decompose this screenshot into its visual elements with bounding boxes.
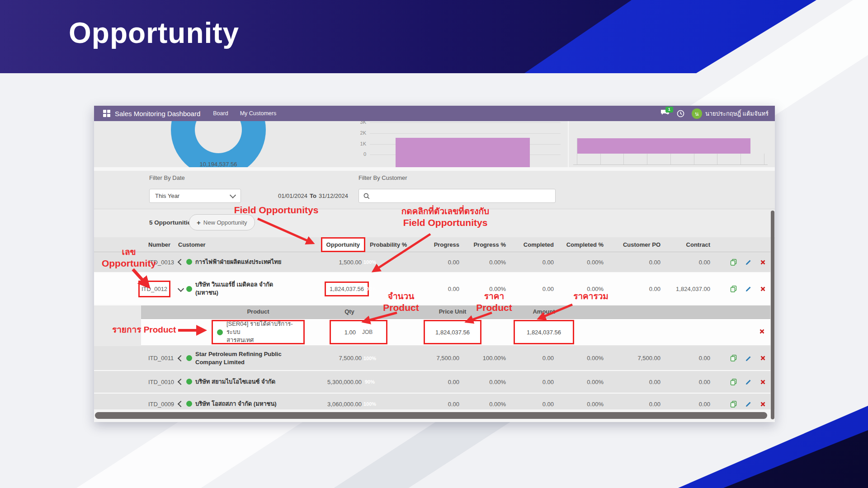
col-progress-pct[interactable]: Progress % <box>461 241 508 248</box>
col-opportunity[interactable]: Opportunity <box>297 237 363 252</box>
table-row[interactable]: ITD_0011 Star Petroleum Refining PublicC… <box>94 346 770 371</box>
user-name: นายประกฤษฎิ์ แต้มจันทร์ <box>705 109 769 118</box>
duplicate-icon[interactable] <box>730 355 737 361</box>
chevron-down-icon <box>230 192 236 198</box>
status-dot-icon <box>186 259 192 265</box>
progress-value: 0.00 <box>416 259 461 266</box>
user-menu[interactable]: น นายประกฤษฎิ์ แต้มจันทร์ <box>692 108 769 119</box>
delete-x-icon[interactable] <box>760 380 765 385</box>
progress-pct-value: 0.00% <box>461 379 508 385</box>
progress-pct-value: 100.00% <box>461 355 508 361</box>
filter-customer-label: Filter By Customer <box>359 174 407 181</box>
annotation-box-opportunity-header: Opportunity <box>321 237 365 252</box>
duplicate-icon[interactable] <box>730 401 737 408</box>
nav-board[interactable]: Board <box>213 110 228 117</box>
horizontal-scrollbar[interactable] <box>95 412 767 419</box>
delete-x-icon[interactable] <box>760 402 765 407</box>
y-tick: 3K <box>354 121 366 125</box>
annotation-box-price-unit: 1,824,037.56 <box>424 320 481 344</box>
progress-value: 7,500.00 <box>416 355 461 361</box>
table-row[interactable]: ITD_0013 การไฟฟ้าฝ่ายผลิตแห่งประเทศไทย 1… <box>94 252 770 273</box>
expand-chevron-icon[interactable] <box>178 355 184 361</box>
annotation-total: ราคารวม <box>566 291 616 302</box>
status-dot-icon <box>186 379 192 385</box>
progress-pct-value: 0.00% <box>461 401 508 408</box>
progress-value: 0.00 <box>416 401 461 408</box>
annotation-box-opportunity-value[interactable]: 1,824,037.56 <box>325 282 369 296</box>
col-contract[interactable]: Contract <box>662 241 712 248</box>
annotation-click-number: กดคลิกที่ตัวเลขที่ตรงกับField Opportunit… <box>389 206 502 229</box>
page-title: Opportunity <box>69 16 239 50</box>
completed-pct-value: 0.00% <box>556 379 605 385</box>
charts-strip: 10,194,537.56 3K 2K 1K 0 Apr 0 1K <box>94 121 775 167</box>
opportunity-count: 5 Opportunities <box>149 219 194 226</box>
expand-chevron-icon[interactable] <box>178 259 184 265</box>
edit-pencil-icon[interactable] <box>745 286 752 292</box>
customer-name: บริษัท สยามไบโอไซเอนซ์ จำกัด <box>195 378 275 386</box>
product-row[interactable]: [SER04] รายได้ค่าบริการ-ระบบสารสนเทศ 1.0… <box>141 319 770 346</box>
edit-pencil-icon[interactable] <box>745 355 752 361</box>
subcol-amount: Amount <box>514 308 574 315</box>
collapse-chevron-icon[interactable] <box>178 286 184 292</box>
apps-grid-icon[interactable] <box>103 110 110 117</box>
activity-clock-icon[interactable] <box>677 110 684 117</box>
table-row-selected[interactable]: ITD_0012 บริษัท วินเนอร์ยี่ เมดิคอล จำกั… <box>94 273 770 305</box>
new-opportunity-label: New Opportunity <box>203 219 247 226</box>
opportunity-value[interactable]: 3,060,000.00 <box>297 401 363 408</box>
completed-value: 0.00 <box>508 259 556 266</box>
price-unit-value[interactable]: 1,824,037.56 <box>435 329 470 336</box>
col-probability[interactable]: Probability % <box>363 241 416 248</box>
amount-value[interactable]: 1,824,037.56 <box>527 329 561 336</box>
col-completed-pct[interactable]: Completed % <box>556 241 605 248</box>
col-customer-po[interactable]: Customer PO <box>605 241 662 248</box>
completed-value: 0.00 <box>508 355 556 361</box>
annotation-field-opportunitys: Field Opportunitys <box>229 204 324 216</box>
col-completed[interactable]: Completed <box>508 241 556 248</box>
date-range-value: This Year <box>155 192 179 199</box>
duplicate-icon[interactable] <box>730 379 737 385</box>
product-subtable-header: Product Qty Price Unit Amount <box>141 305 770 319</box>
annotation-number-opportunity: เลขOpportunity <box>90 247 167 269</box>
nav-my-customers[interactable]: My Customers <box>240 110 277 117</box>
row-number: ITD_0010 <box>94 379 178 385</box>
expand-chevron-icon[interactable] <box>178 379 184 385</box>
customer-name: บริษัท โอสถสภา จำกัด (มหาชน) <box>195 400 277 408</box>
chat-badge: 1 <box>665 107 673 113</box>
contract-value: 1,824,037.00 <box>662 286 712 292</box>
delete-x-icon[interactable] <box>760 329 764 334</box>
edit-pencil-icon[interactable] <box>745 401 752 407</box>
y-tick: 2K <box>354 130 366 136</box>
duplicate-icon[interactable] <box>730 286 737 292</box>
contract-value: 0.00 <box>662 259 712 266</box>
delete-x-icon[interactable] <box>760 356 765 361</box>
opportunity-value[interactable]: 7,500.00 <box>297 355 363 361</box>
edit-pencil-icon[interactable] <box>745 379 752 385</box>
customer-search[interactable] <box>359 189 556 203</box>
table-header-row: Number Customer Opportunity Probability … <box>94 237 770 252</box>
contract-value: 0.00 <box>662 379 712 385</box>
date-range-select[interactable]: This Year <box>149 189 241 203</box>
delete-x-icon[interactable] <box>760 260 765 265</box>
duplicate-icon[interactable] <box>730 259 737 266</box>
expand-chevron-icon[interactable] <box>178 401 184 407</box>
contract-value: 0.00 <box>662 401 712 408</box>
customer-name: บริษัท วินเนอร์ยี่ เมดิคอล จำกัด(มหาชน) <box>195 281 273 296</box>
table-row[interactable]: ITD_0010 บริษัท สยามไบโอไซเอนซ์ จำกัด 5,… <box>94 371 770 394</box>
subcol-product: Product <box>212 308 305 315</box>
opportunity-value[interactable]: 5,300,000.00 <box>297 379 363 385</box>
opportunity-value[interactable]: 1,500.00 <box>297 259 363 266</box>
edit-pencil-icon[interactable] <box>745 259 752 265</box>
qty-value[interactable]: 1.00 <box>344 329 356 336</box>
col-customer[interactable]: Customer <box>178 241 297 248</box>
completed-pct-value: 0.00% <box>556 355 605 361</box>
new-opportunity-button[interactable]: + New Opportunity <box>189 214 255 230</box>
slide: Opportunity Sales Monitoring Dashboard B… <box>0 0 868 488</box>
customer-po-value: 0.00 <box>605 379 662 385</box>
col-progress[interactable]: Progress <box>416 241 461 248</box>
customer-search-input[interactable] <box>373 192 551 200</box>
chat-button[interactable]: 1 <box>660 109 670 118</box>
app-title: Sales Monitoring Dashboard <box>115 110 200 117</box>
vertical-scrollbar[interactable] <box>771 211 774 419</box>
delete-x-icon[interactable] <box>760 286 765 291</box>
subcol-qty: Qty <box>322 308 377 315</box>
